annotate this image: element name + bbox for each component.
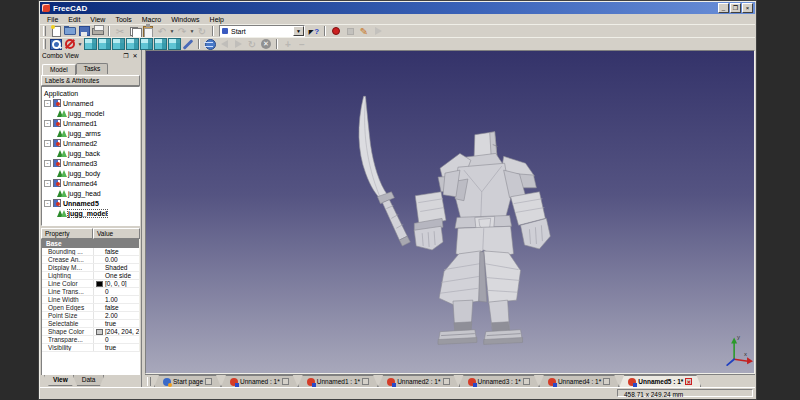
copy-button[interactable]	[127, 25, 141, 37]
property-value[interactable]: true	[94, 344, 139, 351]
tree-expander-icon[interactable]	[44, 180, 51, 187]
title-bar[interactable]: FreeCAD _ ❐ ×	[40, 2, 755, 14]
measure-distance-button[interactable]	[181, 38, 195, 50]
top-view-button[interactable]	[111, 38, 125, 50]
tree-expander-icon[interactable]	[44, 140, 51, 147]
property-value[interactable]: 0	[94, 336, 139, 343]
property-row[interactable]: Visibility true	[42, 344, 139, 352]
open-website-button[interactable]	[203, 38, 217, 50]
panel-float-icon[interactable]: ❐	[122, 52, 130, 59]
zoom-out-button[interactable]: −	[295, 38, 309, 50]
document-tab[interactable]: Unnamed4 : 1*	[539, 375, 619, 387]
3d-viewport[interactable]: y x	[145, 50, 755, 374]
tab-close-icon[interactable]	[443, 378, 450, 385]
cut-button[interactable]: ✂	[113, 25, 127, 37]
menu-item[interactable]: View	[86, 15, 109, 24]
tree-root[interactable]: Application	[44, 88, 139, 98]
macro-stop-button[interactable]	[343, 25, 357, 37]
property-panel-tab[interactable]: View	[44, 375, 77, 386]
property-value[interactable]: false	[94, 248, 139, 255]
menu-item[interactable]: Help	[206, 15, 228, 24]
rear-view-button[interactable]	[139, 38, 153, 50]
value-column-header[interactable]: Value	[93, 228, 140, 239]
left-view-button[interactable]	[167, 38, 181, 50]
tree-mesh-row[interactable]: jugg_model	[44, 208, 139, 218]
property-value[interactable]: 0	[94, 288, 139, 295]
document-tab[interactable]: Unnamed : 1*	[221, 375, 298, 387]
panel-close-icon[interactable]: ✕	[131, 52, 139, 59]
property-value[interactable]: One side	[94, 272, 139, 279]
fit-all-button[interactable]	[49, 38, 63, 50]
toolbar-grip[interactable]	[43, 26, 46, 36]
whats-this-button[interactable]: ?	[307, 25, 321, 37]
property-value[interactable]: 0.00	[94, 256, 139, 263]
property-row[interactable]: Crease An... 0.00	[42, 256, 139, 264]
property-row[interactable]: Lighting One side	[42, 272, 139, 280]
open-file-button[interactable]	[63, 25, 77, 37]
property-row[interactable]: Open Edges false	[42, 304, 139, 312]
axonometric-view-button[interactable]	[83, 38, 97, 50]
refresh-button[interactable]: ↻	[195, 25, 209, 37]
property-value[interactable]: false	[94, 304, 139, 311]
print-button[interactable]	[91, 25, 105, 37]
paste-button[interactable]	[141, 25, 155, 37]
tree-document-row[interactable]: Unnamed2	[44, 138, 139, 148]
browser-forward-button[interactable]	[231, 38, 245, 50]
tree-mesh-row[interactable]: jugg_model	[44, 108, 139, 118]
property-value[interactable]: [204, 204, 204]	[94, 328, 139, 335]
tab-close-icon[interactable]	[523, 378, 530, 385]
tree-document-row[interactable]: Unnamed	[44, 98, 139, 108]
document-tab[interactable]: Unnamed3 : 1*	[459, 375, 539, 387]
property-row[interactable]: Line Width 1.00	[42, 296, 139, 304]
right-view-button[interactable]	[125, 38, 139, 50]
property-value[interactable]: 2.00	[94, 312, 139, 319]
undo-button[interactable]: ↶	[155, 25, 169, 37]
tab-close-icon[interactable]	[603, 378, 610, 385]
toolbar-grip[interactable]	[43, 39, 46, 49]
menu-item[interactable]: Edit	[64, 15, 84, 24]
tabbar-grip[interactable]	[147, 377, 151, 386]
combo-view-tab[interactable]: Tasks	[76, 63, 109, 74]
tree-expander-icon[interactable]	[44, 160, 51, 167]
tree-document-row[interactable]: Unnamed1	[44, 118, 139, 128]
document-tab[interactable]: Unnamed1 : 1*	[298, 375, 378, 387]
draw-style-button[interactable]	[63, 38, 77, 50]
property-row[interactable]: Transpare... 0	[42, 336, 139, 344]
property-group-base[interactable]: Base	[42, 239, 139, 248]
tab-close-icon[interactable]	[362, 378, 369, 385]
menu-item[interactable]: Macro	[138, 15, 165, 24]
restore-button[interactable]: ❐	[730, 3, 741, 13]
minimize-button[interactable]: _	[718, 3, 729, 13]
tree-column-header[interactable]: Labels & Attributes	[41, 75, 140, 86]
menu-item[interactable]: Tools	[111, 15, 135, 24]
front-view-button[interactable]	[97, 38, 111, 50]
menu-item[interactable]: Windows	[167, 15, 203, 24]
tree-expander-icon[interactable]	[44, 100, 51, 107]
redo-button[interactable]: ↷	[175, 25, 189, 37]
tree-expander-icon[interactable]	[44, 200, 51, 207]
menu-item[interactable]: File	[43, 15, 62, 24]
property-value[interactable]: [0, 0, 0]	[94, 280, 139, 287]
tree-mesh-row[interactable]: jugg_body	[44, 168, 139, 178]
tree-mesh-row[interactable]: jugg_back	[44, 148, 139, 158]
property-row[interactable]: Shape Color [204, 204, 204]	[42, 328, 139, 336]
macro-edit-button[interactable]: ✎	[357, 25, 371, 37]
browser-stop-button[interactable]: ✕	[259, 38, 273, 50]
macro-record-button[interactable]	[329, 25, 343, 37]
tree-expander-icon[interactable]	[44, 120, 51, 127]
zoom-in-button[interactable]: +	[281, 38, 295, 50]
tab-close-icon[interactable]	[282, 378, 289, 385]
property-value[interactable]: 1.00	[94, 296, 139, 303]
save-button[interactable]	[77, 25, 91, 37]
workbench-dropdown-arrow[interactable]: ▼	[293, 26, 304, 36]
combo-view-titlebar[interactable]: Combo View ❐ ✕	[40, 50, 141, 61]
tree-document-row[interactable]: Unnamed3	[44, 158, 139, 168]
browser-refresh-button[interactable]: ↻	[245, 38, 259, 50]
property-row[interactable]: Display M... Shaded	[42, 264, 139, 272]
browser-back-button[interactable]	[217, 38, 231, 50]
document-tab[interactable]: Start page	[154, 375, 221, 387]
tab-close-icon[interactable]	[685, 378, 692, 385]
property-value[interactable]: true	[94, 320, 139, 327]
property-row[interactable]: Line Trans... 0	[42, 288, 139, 296]
macro-play-button[interactable]	[371, 25, 385, 37]
